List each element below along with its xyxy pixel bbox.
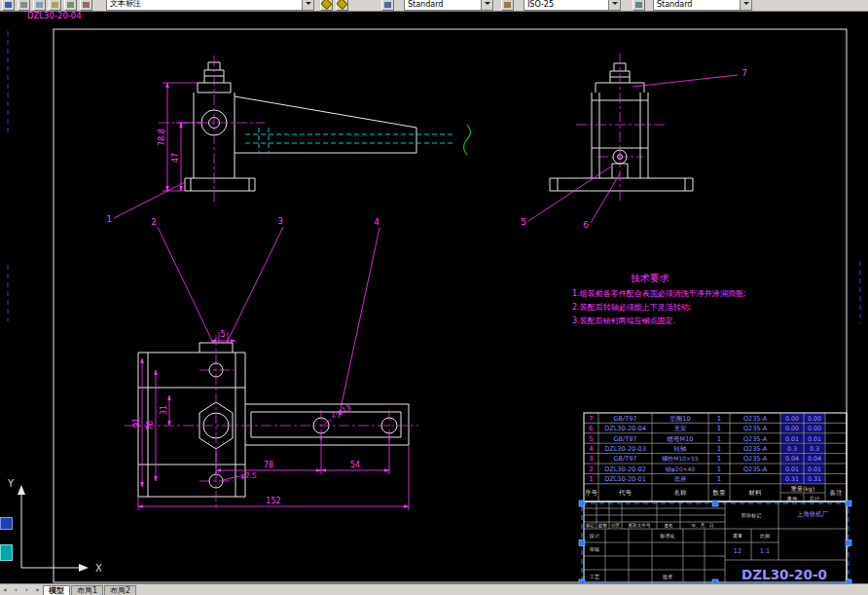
bom-cell: 垫圈10 bbox=[669, 415, 690, 423]
bom-cell: DZL30-20-02 bbox=[604, 465, 646, 473]
bom-cell: GB/T97 bbox=[614, 435, 637, 443]
dim-style-dropdown[interactable]: Standard bbox=[404, 0, 493, 11]
dim-style-icon[interactable] bbox=[381, 0, 394, 11]
dim-hole-pair[interactable]: 2-φ13 bbox=[329, 403, 352, 420]
tab-nav-next-icon[interactable]: › bbox=[21, 585, 32, 595]
toolbar-icon-1[interactable] bbox=[2, 0, 15, 11]
table-style-icon[interactable] bbox=[633, 0, 645, 11]
bom-cell: 3 bbox=[589, 455, 593, 463]
bom-cell: 支架 bbox=[674, 425, 688, 432]
dim-side-hole[interactable]: 47 bbox=[171, 153, 180, 163]
stage-label: 阶段标记 bbox=[741, 512, 761, 519]
sig-design-label: 设计 bbox=[589, 533, 600, 539]
table-style-value: Standard bbox=[654, 0, 740, 10]
grip-handle[interactable] bbox=[579, 540, 585, 546]
tolerance-style-dropdown[interactable]: ISO-25 bbox=[524, 0, 621, 11]
balloon-5[interactable]: 5 bbox=[521, 217, 526, 227]
technical-requirements[interactable]: 技术要求 1.组装前各零件配合表面必须清洗干净并涂润滑脂; 2.装配后转轴必须能… bbox=[572, 273, 745, 325]
tech-req-line-3: 3.装配后销钉两端应铆点固定. bbox=[572, 316, 675, 325]
dim-style-value: Standard bbox=[405, 0, 481, 10]
bom-cell: GB/T97 bbox=[614, 455, 637, 463]
chevron-down-icon[interactable] bbox=[481, 0, 492, 10]
drawing-canvas[interactable]: DZL30-20-04 78.8 47 1 2 3 4 5 6 7 技术要求 1… bbox=[0, 0, 868, 595]
grip-handle[interactable] bbox=[846, 501, 851, 506]
balloon-4[interactable]: 4 bbox=[374, 217, 380, 227]
balloon-leaders[interactable]: 1 2 3 4 5 6 7 bbox=[106, 68, 747, 418]
balloon-7[interactable]: 7 bbox=[741, 68, 747, 78]
tab-nav-first-icon[interactable]: « bbox=[0, 585, 11, 595]
y-axis-arrow bbox=[18, 485, 25, 495]
bom-cell: 0.31 bbox=[808, 475, 821, 482]
dim-hole-small[interactable]: φ7.5 bbox=[240, 471, 257, 480]
dim-top-a[interactable]: 78 bbox=[264, 461, 273, 469]
bom-cell: 螺栓M10×55 bbox=[662, 455, 699, 463]
bom-cell: DZL30-20-01 bbox=[604, 475, 646, 483]
grip-handle[interactable] bbox=[846, 540, 851, 546]
paper-edge-lines bbox=[8, 31, 860, 323]
bom-cell: 0.31 bbox=[785, 475, 799, 482]
bom-cell: 底座 bbox=[674, 475, 688, 483]
toolbar-icon-3[interactable] bbox=[33, 0, 46, 11]
bom-cell: GB/T97 bbox=[614, 415, 637, 423]
chevron-down-icon[interactable] bbox=[608, 0, 620, 10]
top-view[interactable]: 78 54 152 91 76 31 5 φ7.5 2-φ13 bbox=[125, 330, 418, 510]
tech-req-line-1: 1.组装前各零件配合表面必须清洗干净并涂润滑脂; bbox=[572, 289, 745, 298]
style-icon-2[interactable] bbox=[336, 0, 348, 11]
dim-top-len[interactable]: 152 bbox=[266, 497, 280, 505]
bom-table[interactable]: 7 GB/T97 垫圈10 1 Q235-A 0.00 0.00 6 DZL30… bbox=[584, 413, 847, 502]
text-style-value: 文本标注 bbox=[107, 0, 302, 10]
tab-layout1[interactable]: 布局1 bbox=[71, 585, 103, 595]
toolbar-icon-4[interactable] bbox=[49, 0, 61, 11]
dim-top-h3[interactable]: 31 bbox=[160, 405, 168, 415]
bom-cell: 螺母M10 bbox=[668, 435, 694, 443]
rev-sign-label: 签名 bbox=[664, 523, 672, 528]
balloon-2[interactable]: 2 bbox=[151, 217, 157, 227]
bom-cell: 转轴 bbox=[674, 445, 687, 453]
bom-cell: 6 bbox=[589, 425, 593, 432]
tolerance-style-icon[interactable] bbox=[501, 0, 514, 11]
bom-cell: 1 bbox=[717, 475, 721, 483]
sheet-label[interactable]: DZL30-20-04 bbox=[27, 11, 82, 20]
dim-side-height[interactable]: 78.8 bbox=[158, 129, 166, 146]
dim-top-h1[interactable]: 91 bbox=[132, 418, 141, 428]
grip-handle[interactable] bbox=[579, 501, 585, 506]
tab-layout2[interactable]: 布局2 bbox=[104, 585, 136, 595]
tab-nav-prev-icon[interactable]: ‹ bbox=[11, 585, 21, 595]
y-axis-label: Y bbox=[7, 478, 15, 489]
front-view[interactable] bbox=[550, 54, 693, 202]
company-name: 上海铁机厂 bbox=[797, 510, 829, 518]
balloon-1[interactable]: 1 bbox=[106, 214, 112, 224]
bom-header-no: 序号 bbox=[585, 489, 598, 497]
scale-label: 比例 bbox=[760, 533, 770, 539]
balloon-6[interactable]: 6 bbox=[583, 220, 589, 230]
table-style-dropdown[interactable]: Standard bbox=[653, 0, 752, 11]
taskbar-icon-blue[interactable] bbox=[0, 517, 13, 530]
bom-cell: 1 bbox=[717, 425, 721, 432]
dim-top-h2[interactable]: 76 bbox=[146, 421, 155, 430]
bom-header-mat: 材料 bbox=[748, 489, 763, 497]
dim-top-b[interactable]: 54 bbox=[350, 461, 360, 469]
balloon-3[interactable]: 3 bbox=[277, 216, 283, 226]
sig-standard-label: 标准化 bbox=[659, 533, 675, 539]
title-block[interactable]: 标记 处数 分区 更改文件号 签名 年、月、日 设计 审核 工艺 标准化 批准 … bbox=[584, 502, 847, 584]
style-icon-1[interactable] bbox=[320, 0, 333, 11]
toolbar-icon-5[interactable] bbox=[64, 0, 77, 11]
bom-cell: Q235-A bbox=[743, 445, 768, 453]
toolbar-icon-6[interactable] bbox=[80, 0, 92, 11]
side-view[interactable]: 78.8 47 bbox=[158, 56, 471, 202]
styles-toolbar: 文本标注 Standard ISO-25 Standard bbox=[0, 0, 868, 12]
text-style-dropdown[interactable]: 文本标注 bbox=[106, 0, 314, 11]
taskbar-icon-teal[interactable] bbox=[0, 544, 13, 561]
bom-cell: 5 bbox=[589, 435, 593, 443]
scale-value: 1:1 bbox=[760, 547, 770, 555]
bom-cell: 4 bbox=[589, 445, 593, 453]
bom-cell: 1 bbox=[717, 445, 721, 453]
chevron-down-icon[interactable] bbox=[740, 0, 751, 10]
tab-nav-last-icon[interactable]: » bbox=[32, 585, 43, 595]
toolbar-icon-2[interactable] bbox=[18, 0, 30, 11]
grip-handle[interactable] bbox=[712, 501, 718, 506]
tab-model[interactable]: 模型 bbox=[43, 585, 70, 595]
dim-top-s[interactable]: 5 bbox=[220, 330, 225, 339]
rev-doc-label: 更改文件号 bbox=[629, 522, 651, 528]
chevron-down-icon[interactable] bbox=[302, 0, 313, 10]
